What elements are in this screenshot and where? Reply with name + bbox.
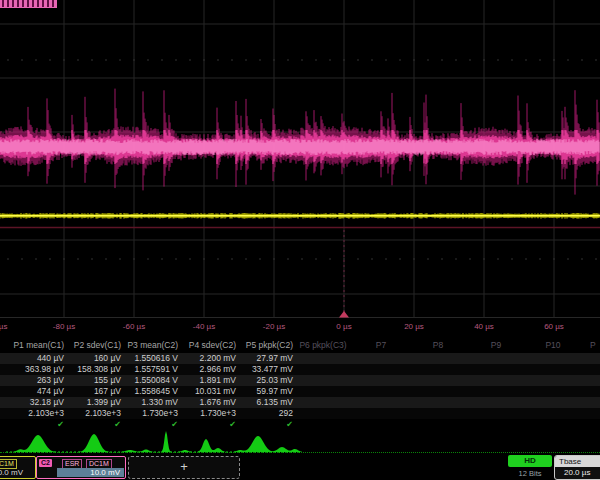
- measure-value: 25.03 mV: [237, 375, 293, 386]
- measure-value: 474 µV: [8, 386, 64, 397]
- measure-header-p9[interactable]: P9: [467, 339, 525, 351]
- trace-label-badge: [0, 0, 57, 8]
- measure-header-partial: P: [590, 339, 600, 351]
- measure-header-p1[interactable]: P1 mean(C1): [8, 339, 64, 351]
- measure-row-num: 2.103e+3 2.103e+3 1.730e+3 1.730e+3 292: [0, 408, 600, 419]
- timebase-label: Tbase: [555, 456, 600, 467]
- descriptor-strip: DC1M 10.0 mV C2 ESR DC1M 10.0 mV + HD 12…: [0, 455, 600, 480]
- time-tick-label: 40 µs: [474, 322, 494, 331]
- measure-value: 33.477 mV: [237, 364, 293, 375]
- measure-value: 2.103e+3: [65, 408, 121, 419]
- time-tick-label: 20 µs: [404, 322, 424, 331]
- measurement-header-row: P1 mean(C1) P2 sdev(C1) P3 mean(C2) P4 s…: [0, 339, 600, 351]
- measure-value: 158.308 µV: [65, 364, 121, 375]
- measure-value: 2.103e+3: [8, 408, 64, 419]
- measure-value: 160 µV: [65, 353, 121, 364]
- c2-scale-value: 10.0 mV: [57, 468, 124, 477]
- add-trace-button[interactable]: +: [128, 456, 240, 479]
- waveform-grid: [0, 0, 600, 318]
- channel-c1-descriptor[interactable]: DC1M 10.0 mV: [0, 456, 36, 479]
- measure-row-max: 474 µV 167 µV 1.558645 V 10.031 mV 59.97…: [0, 386, 600, 397]
- measure-row-value: 440 µV 160 µV 1.550616 V 2.200 mV 27.97 …: [0, 353, 600, 364]
- measure-value: 10.031 mV: [180, 386, 236, 397]
- hd-bits-label: 12 Bits: [508, 469, 552, 478]
- time-tick-label: -20 µs: [263, 322, 285, 331]
- measure-value: 59.97 mV: [237, 386, 293, 397]
- time-tick-label: 0 µs: [336, 322, 351, 331]
- measure-value: 155 µV: [65, 375, 121, 386]
- measure-header-p8[interactable]: P8: [409, 339, 467, 351]
- measurement-table: P1 mean(C1) P2 sdev(C1) P3 mean(C2) P4 s…: [0, 337, 600, 430]
- channel-c2-descriptor[interactable]: C2 ESR DC1M 10.0 mV: [36, 456, 126, 479]
- time-tick-label: -60 µs: [123, 322, 145, 331]
- measure-value: 1.399 µV: [65, 397, 121, 408]
- oscilloscope-screen: -100 µs -80 µs -60 µs -40 µs -20 µs 0 µs…: [0, 0, 600, 480]
- measure-value: 263 µV: [8, 375, 64, 386]
- measure-value: 27.97 mV: [237, 353, 293, 364]
- measure-value: 1.330 mV: [122, 397, 178, 408]
- c2-channel-badge: C2: [39, 459, 52, 467]
- measure-value: 440 µV: [8, 353, 64, 364]
- measure-value: 1.730e+3: [180, 408, 236, 419]
- measure-value: 1.550084 V: [122, 375, 178, 386]
- time-tick-label: -40 µs: [193, 322, 215, 331]
- measure-value: 1.550616 V: [122, 353, 178, 364]
- measure-value: 1.558645 V: [122, 386, 178, 397]
- measure-value: 1.891 mV: [180, 375, 236, 386]
- measure-value: 363.98 µV: [8, 364, 64, 375]
- measure-header-p3[interactable]: P3 mean(C2): [122, 339, 178, 351]
- measure-header-p6[interactable]: P6 pkpk(C3): [294, 339, 352, 351]
- measure-value: 32.18 µV: [8, 397, 64, 408]
- measure-header-p5[interactable]: P5 pkpk(C2): [237, 339, 293, 351]
- c1-scale-value: 10.0 mV: [0, 468, 23, 477]
- measure-header-p2[interactable]: P2 sdev(C1): [65, 339, 121, 351]
- measure-value: 1.676 mV: [180, 397, 236, 408]
- measure-value: 2.966 mV: [180, 364, 236, 375]
- time-axis: -100 µs -80 µs -60 µs -40 µs -20 µs 0 µs…: [0, 320, 600, 336]
- measurement-histicons[interactable]: [0, 429, 600, 455]
- measure-value: 6.135 mV: [237, 397, 293, 408]
- measure-value: 1.557591 V: [122, 364, 178, 375]
- measure-value: 1.730e+3: [122, 408, 178, 419]
- time-tick-label: -80 µs: [53, 322, 75, 331]
- measure-header-p7[interactable]: P7: [352, 339, 410, 351]
- measure-row-sdev: 32.18 µV 1.399 µV 1.330 mV 1.676 mV 6.13…: [0, 397, 600, 408]
- hd-mode-badge[interactable]: HD: [508, 455, 552, 467]
- measure-row-min: 263 µV 155 µV 1.550084 V 1.891 mV 25.03 …: [0, 375, 600, 386]
- measure-value: 292: [237, 408, 293, 419]
- time-tick-label: -100 µs: [0, 322, 7, 331]
- measure-value: 2.200 mV: [180, 353, 236, 364]
- time-tick-label: 60 µs: [544, 322, 564, 331]
- measure-header-p10[interactable]: P10: [524, 339, 582, 351]
- badge-text-marks: [2, 0, 55, 7]
- timebase-value: 20.0 µs: [555, 467, 600, 478]
- measure-value: 167 µV: [65, 386, 121, 397]
- measure-row-mean: 363.98 µV 158.308 µV 1.557591 V 2.966 mV…: [0, 364, 600, 375]
- measure-header-p4[interactable]: P4 sdev(C2): [180, 339, 236, 351]
- timebase-descriptor[interactable]: Tbase 20.0 µs: [554, 455, 600, 480]
